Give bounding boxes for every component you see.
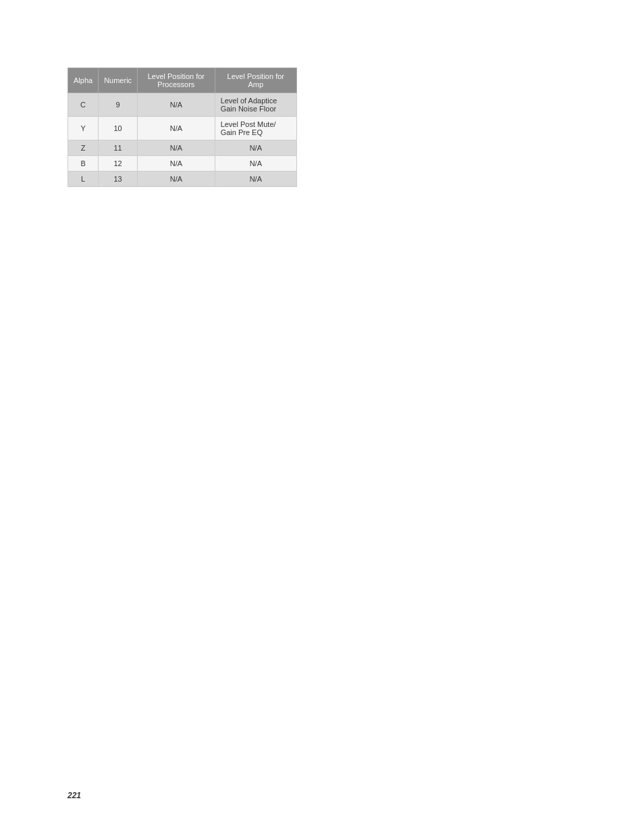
cell-level-processors: N/A [138, 172, 215, 187]
table-header-row: Alpha Numeric Level Position for Process… [68, 68, 297, 93]
cell-level-amp: Level Post Mute/ Gain Pre EQ [215, 117, 296, 140]
cell-alpha: L [68, 172, 99, 187]
cell-numeric: 9 [99, 93, 138, 117]
cell-level-processors: N/A [138, 140, 215, 156]
cell-level-amp: Level of Adaptice Gain Noise Floor [215, 93, 296, 117]
cell-alpha: Z [68, 140, 99, 156]
cell-level-processors: N/A [138, 117, 215, 140]
cell-numeric: 13 [99, 172, 138, 187]
header-level-processors: Level Position for Processors [138, 68, 215, 93]
cell-level-processors: N/A [138, 93, 215, 117]
table-wrapper: Alpha Numeric Level Position for Process… [68, 68, 297, 187]
cell-alpha: Y [68, 117, 99, 140]
table-row: C 9 N/A Level of Adaptice Gain Noise Flo… [68, 93, 297, 117]
cell-alpha: C [68, 93, 99, 117]
cell-alpha: B [68, 156, 99, 172]
data-table: Alpha Numeric Level Position for Process… [68, 68, 297, 187]
table-row: L 13 N/A N/A [68, 172, 297, 187]
header-numeric: Numeric [99, 68, 138, 93]
header-alpha: Alpha [68, 68, 99, 93]
table-row: Z 11 N/A N/A [68, 140, 297, 156]
cell-level-processors: N/A [138, 156, 215, 172]
cell-level-amp: N/A [215, 172, 296, 187]
cell-numeric: 10 [99, 117, 138, 140]
cell-level-amp: N/A [215, 156, 296, 172]
cell-level-amp: N/A [215, 140, 296, 156]
page-container: Alpha Numeric Level Position for Process… [0, 0, 644, 834]
table-row: Y 10 N/A Level Post Mute/ Gain Pre EQ [68, 117, 297, 140]
page-number: 221 [68, 791, 81, 800]
cell-numeric: 12 [99, 156, 138, 172]
header-level-amp: Level Position for Amp [215, 68, 296, 93]
table-row: B 12 N/A N/A [68, 156, 297, 172]
cell-numeric: 11 [99, 140, 138, 156]
